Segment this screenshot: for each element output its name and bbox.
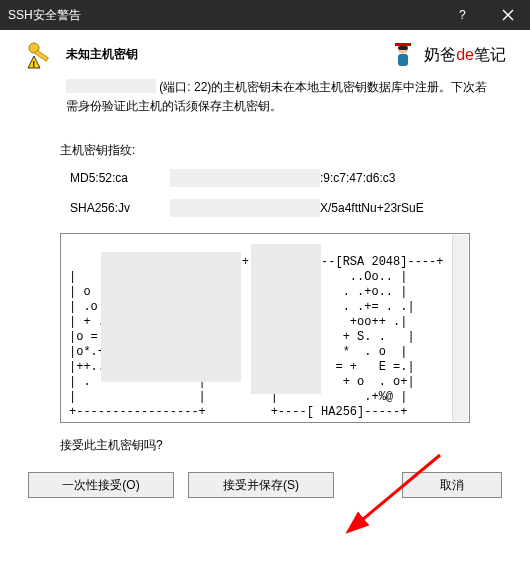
avatar-icon	[388, 40, 418, 70]
svg-rect-8	[398, 46, 408, 50]
header-title: 未知主机密钥	[66, 40, 378, 63]
dialog-body: ! 未知主机密钥 奶爸de笔记 (端口: 22)的主机密钥未在本地主机密钥数据库…	[0, 30, 530, 514]
ascii-art-box: +---[RSA 2048]----+ +---[RSA 2048]----+ …	[60, 233, 470, 423]
warning-message: (端口: 22)的主机密钥未在本地主机密钥数据库中注册。下次若需身份验证此主机的…	[66, 78, 498, 116]
close-button[interactable]	[485, 0, 530, 30]
ascii-redacted-left	[101, 252, 241, 382]
redacted-host	[66, 79, 156, 93]
svg-text:?: ?	[459, 8, 466, 22]
logo-suffix: 笔记	[474, 46, 506, 63]
sha256-redacted	[170, 199, 320, 217]
fingerprint-grid: MD5:52:ca :9:c7:47:d6:c3 SHA256:Jv X/5a4…	[70, 169, 470, 217]
ascii-redacted-mid	[251, 244, 321, 394]
svg-rect-10	[398, 54, 408, 66]
brand-logo: 奶爸de笔记	[388, 40, 506, 70]
ascii-scrollbar[interactable]	[452, 235, 468, 421]
cancel-button[interactable]: 取消	[402, 472, 502, 498]
logo-prefix: 奶爸	[424, 46, 456, 63]
key-warning-icon: !	[24, 40, 56, 72]
button-row: 一次性接受(O) 接受并保存(S) 取消	[24, 472, 506, 514]
accept-once-button[interactable]: 一次性接受(O)	[28, 472, 174, 498]
md5-label: MD5:52:ca	[70, 171, 170, 185]
fingerprint-label: 主机密钥指纹:	[60, 142, 470, 159]
md5-redacted	[170, 169, 320, 187]
svg-text:!: !	[32, 59, 35, 69]
confirm-question: 接受此主机密钥吗?	[60, 437, 470, 454]
titlebar: SSH安全警告 ?	[0, 0, 530, 30]
window-title: SSH安全警告	[8, 7, 440, 24]
logo-mid: de	[456, 46, 474, 63]
accept-save-button[interactable]: 接受并保存(S)	[188, 472, 334, 498]
sha256-label: SHA256:Jv	[70, 201, 170, 215]
sha256-tail: X/5a4fttNu+23rSuE	[320, 201, 424, 215]
svg-rect-4	[35, 50, 49, 61]
svg-rect-9	[395, 43, 411, 46]
md5-tail: :9:c7:47:d6:c3	[320, 171, 395, 185]
help-button[interactable]: ?	[440, 0, 485, 30]
